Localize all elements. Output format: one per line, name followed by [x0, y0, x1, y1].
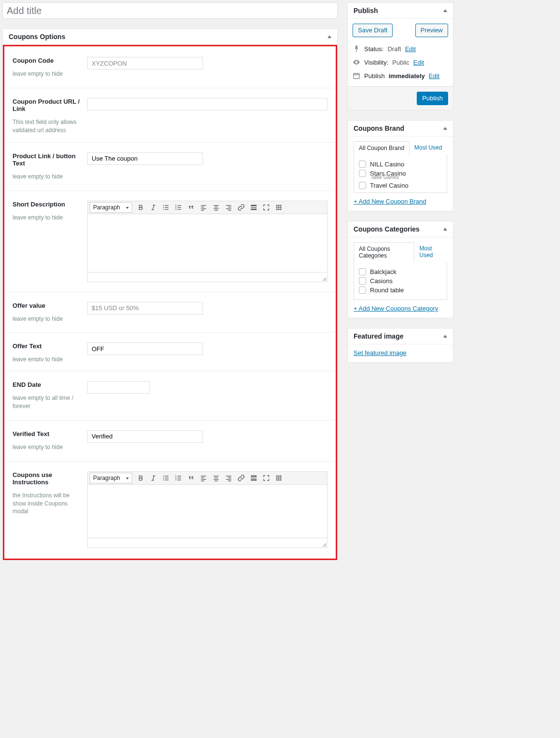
link-icon[interactable] [237, 474, 245, 482]
svg-rect-24 [251, 205, 257, 206]
collapse-icon [443, 127, 447, 130]
checkbox-icon[interactable] [359, 170, 366, 177]
coupons-options-title: Coupons Options [9, 33, 65, 41]
numbered-list-icon[interactable]: 123 [175, 204, 182, 211]
edit-schedule-link[interactable]: Edit [429, 72, 439, 80]
brand-header[interactable]: Coupons Brand [348, 121, 453, 137]
align-right-icon[interactable] [225, 204, 232, 211]
editor-toolbar-2: Paragraph 123 [88, 472, 327, 485]
row-end-date: END Date leave empty to all time / forev… [5, 371, 335, 421]
checkbox-icon[interactable] [359, 277, 366, 285]
save-draft-button[interactable]: Save Draft [353, 24, 393, 37]
bold-icon[interactable] [137, 474, 145, 482]
resize-handle-icon[interactable] [322, 277, 326, 281]
hint-product-url: This text field only allows validated ur… [13, 118, 82, 133]
set-featured-image-link[interactable]: Set featured image [354, 349, 407, 356]
checkbox-icon[interactable] [359, 161, 366, 168]
tab-most-used-categories[interactable]: Most Used [414, 242, 447, 262]
editor-format-select-2[interactable]: Paragraph [90, 473, 132, 483]
row-button-text: Product Link / button Text leave empty t… [5, 143, 335, 191]
post-title-input[interactable] [2, 2, 338, 19]
short-desc-textarea[interactable] [88, 214, 327, 272]
schedule-row: Publish immediately Edit [353, 69, 448, 82]
numbered-list-icon[interactable]: 123 [175, 474, 182, 482]
coupons-options-panel: Coupons Options Coupon Code leave empty … [2, 28, 338, 560]
edit-status-link[interactable]: Edit [405, 45, 416, 53]
schedule-value: immediately [389, 72, 425, 80]
instructions-textarea[interactable] [88, 485, 327, 538]
category-item[interactable]: Round table [359, 286, 442, 295]
svg-rect-54 [214, 479, 219, 479]
svg-rect-58 [226, 479, 232, 479]
svg-text:3: 3 [175, 208, 177, 210]
end-date-input[interactable] [87, 381, 150, 394]
italic-icon[interactable] [150, 474, 157, 482]
svg-rect-20 [226, 205, 232, 205]
editor-format-select[interactable]: Paragraph [90, 202, 132, 213]
bullet-list-icon[interactable] [162, 204, 170, 211]
status-value: Draft [387, 45, 401, 53]
pin-icon [353, 45, 360, 53]
category-item[interactable]: Casions [359, 276, 442, 286]
checkbox-icon[interactable] [359, 287, 366, 294]
svg-rect-68 [280, 477, 282, 478]
svg-rect-5 [165, 209, 168, 209]
resize-handle-icon[interactable] [322, 543, 326, 547]
blockquote-icon[interactable] [187, 474, 195, 482]
tab-all-categories[interactable]: All Coupons Categories [354, 242, 414, 262]
bold-icon[interactable] [137, 204, 145, 211]
product-url-input[interactable] [87, 98, 328, 110]
coupon-code-input[interactable] [87, 57, 203, 69]
svg-rect-28 [278, 205, 280, 206]
brand-item[interactable]: Travel Casino [359, 181, 442, 190]
add-new-brand-link[interactable]: + Add New Coupon Brand [354, 198, 426, 205]
featured-image-header[interactable]: Featured image [348, 328, 453, 344]
categories-header[interactable]: Coupons Categories [348, 221, 453, 237]
read-more-icon[interactable] [250, 474, 258, 482]
button-text-input[interactable] [87, 152, 203, 165]
category-item[interactable]: Balckjack [359, 267, 442, 276]
collapse-icon [443, 228, 447, 231]
svg-rect-67 [278, 477, 280, 478]
link-icon[interactable] [237, 204, 245, 211]
row-short-desc: Short Description leave empty to hide Pa… [5, 191, 335, 292]
svg-rect-47 [178, 479, 181, 480]
brand-item[interactable]: NILL Casino [359, 160, 442, 169]
add-new-category-link[interactable]: + Add New Coupons Category [354, 305, 438, 312]
align-center-icon[interactable] [212, 204, 220, 211]
publish-button[interactable]: Publish [417, 92, 448, 105]
svg-rect-50 [201, 479, 206, 479]
fullscreen-icon[interactable] [262, 204, 270, 211]
toolbar-toggle-icon[interactable] [275, 204, 283, 211]
publish-header[interactable]: Publish [348, 3, 453, 19]
preview-button[interactable]: Preview [415, 24, 448, 37]
tab-all-brands[interactable]: All Coupon Brand [354, 141, 410, 155]
svg-point-37 [163, 478, 164, 478]
categories-list: Balckjack Casions Round table [354, 262, 447, 300]
tab-most-used-brands[interactable]: Most Used [410, 141, 447, 155]
row-product-url: Coupon Product URL / Link This text fiel… [5, 88, 335, 143]
svg-rect-15 [201, 210, 205, 210]
svg-rect-14 [201, 208, 206, 209]
offer-value-input[interactable] [87, 302, 203, 314]
label-short-desc: Short Description [13, 201, 82, 208]
edit-visibility-link[interactable]: Edit [413, 59, 424, 66]
fullscreen-icon[interactable] [262, 474, 270, 482]
hint-button-text: leave empty to hide [13, 173, 82, 181]
checkbox-icon[interactable] [359, 268, 366, 275]
checkbox-icon[interactable] [359, 182, 366, 189]
hint-instructions: the Instructions will be show inside Cou… [13, 492, 82, 516]
blockquote-icon[interactable] [187, 204, 195, 211]
align-center-icon[interactable] [212, 474, 220, 482]
collapse-icon [443, 9, 447, 12]
align-left-icon[interactable] [200, 474, 207, 482]
bullet-list-icon[interactable] [162, 474, 170, 482]
italic-icon[interactable] [150, 204, 157, 211]
coupons-options-header[interactable]: Coupons Options [3, 29, 337, 45]
align-right-icon[interactable] [225, 474, 232, 482]
offer-text-input[interactable] [87, 342, 203, 355]
align-left-icon[interactable] [200, 204, 207, 211]
toolbar-toggle-icon[interactable] [275, 474, 283, 482]
verified-text-input[interactable] [87, 430, 203, 443]
read-more-icon[interactable] [250, 204, 258, 211]
